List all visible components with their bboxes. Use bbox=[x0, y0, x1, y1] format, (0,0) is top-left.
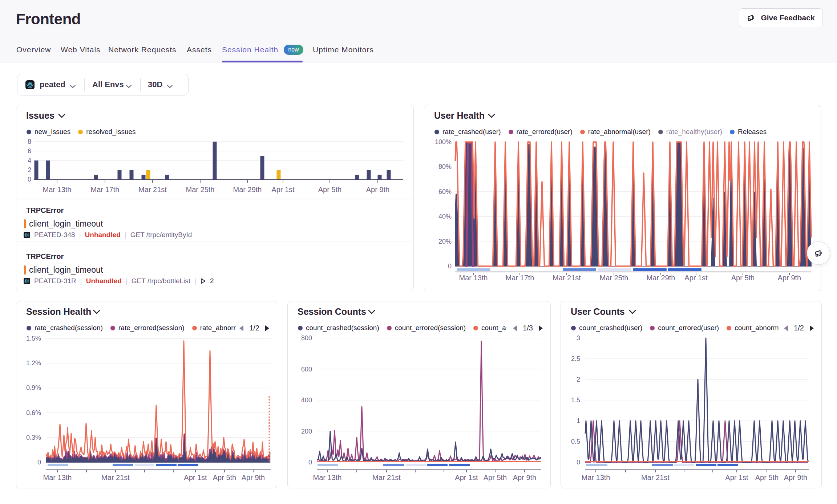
svg-text:100%: 100% bbox=[435, 138, 452, 146]
svg-text:Apr 9th: Apr 9th bbox=[513, 473, 536, 481]
svg-text:Apr 5th: Apr 5th bbox=[484, 473, 507, 481]
svg-text:0: 0 bbox=[577, 459, 580, 466]
svg-text:Apr 1st: Apr 1st bbox=[725, 473, 748, 481]
svg-text:0: 0 bbox=[308, 459, 312, 466]
svg-text:Mar 13th: Mar 13th bbox=[43, 186, 72, 194]
svg-text:Mar 21st: Mar 21st bbox=[101, 473, 130, 481]
svg-text:1.5%: 1.5% bbox=[26, 335, 41, 342]
svg-text:8: 8 bbox=[28, 138, 31, 145]
svg-text:Apr 9th: Apr 9th bbox=[366, 186, 389, 194]
svg-text:Mar 25th: Mar 25th bbox=[186, 186, 215, 194]
svg-text:Apr 5th: Apr 5th bbox=[731, 274, 755, 282]
svg-text:Mar 21st: Mar 21st bbox=[138, 186, 167, 194]
svg-text:6: 6 bbox=[28, 147, 31, 155]
svg-text:Apr 9th: Apr 9th bbox=[778, 274, 801, 282]
svg-text:Mar 21st: Mar 21st bbox=[372, 473, 401, 481]
svg-text:20%: 20% bbox=[438, 238, 452, 245]
svg-text:Mar 25th: Mar 25th bbox=[600, 274, 628, 282]
svg-text:2: 2 bbox=[28, 166, 31, 174]
svg-text:Apr 5th: Apr 5th bbox=[318, 186, 341, 194]
svg-text:600: 600 bbox=[301, 366, 312, 373]
svg-text:Mar 13th: Mar 13th bbox=[582, 473, 610, 481]
svg-text:4: 4 bbox=[28, 157, 31, 164]
svg-text:0.3%: 0.3% bbox=[26, 434, 41, 441]
svg-text:0: 0 bbox=[448, 263, 452, 270]
svg-text:0.9%: 0.9% bbox=[26, 384, 41, 391]
svg-text:2.5: 2.5 bbox=[571, 355, 580, 362]
svg-text:Mar 21st: Mar 21st bbox=[553, 274, 581, 282]
svg-text:Apr 1st: Apr 1st bbox=[455, 473, 478, 481]
svg-text:Apr 9th: Apr 9th bbox=[242, 473, 265, 481]
svg-text:Apr 9th: Apr 9th bbox=[784, 473, 807, 481]
svg-text:Mar 29th: Mar 29th bbox=[647, 274, 675, 282]
svg-text:Mar 13th: Mar 13th bbox=[43, 473, 72, 481]
svg-text:Apr 5th: Apr 5th bbox=[213, 473, 236, 481]
svg-text:40%: 40% bbox=[438, 213, 452, 220]
svg-text:Mar 21st: Mar 21st bbox=[641, 473, 670, 481]
svg-text:Mar 13th: Mar 13th bbox=[459, 274, 488, 282]
svg-text:Mar 29th: Mar 29th bbox=[233, 186, 262, 194]
svg-text:800: 800 bbox=[301, 334, 312, 342]
svg-text:1.5: 1.5 bbox=[571, 397, 580, 404]
svg-text:Mar 17th: Mar 17th bbox=[506, 274, 534, 282]
svg-text:0: 0 bbox=[28, 176, 31, 183]
svg-text:2: 2 bbox=[577, 376, 580, 383]
svg-text:Apr 1st: Apr 1st bbox=[184, 473, 207, 481]
svg-text:1: 1 bbox=[577, 417, 580, 424]
svg-text:0: 0 bbox=[37, 459, 41, 466]
svg-text:3: 3 bbox=[577, 334, 580, 342]
svg-text:80%: 80% bbox=[438, 163, 452, 170]
svg-text:400: 400 bbox=[301, 397, 312, 404]
svg-text:0.6%: 0.6% bbox=[26, 409, 41, 416]
svg-text:1.2%: 1.2% bbox=[26, 359, 41, 367]
svg-text:Mar 13th: Mar 13th bbox=[313, 473, 342, 481]
svg-text:60%: 60% bbox=[438, 188, 452, 195]
svg-text:Apr 1st: Apr 1st bbox=[684, 274, 708, 282]
svg-text:Mar 17th: Mar 17th bbox=[91, 186, 120, 194]
svg-text:Apr 1st: Apr 1st bbox=[271, 186, 295, 194]
svg-text:Apr 5th: Apr 5th bbox=[755, 473, 779, 481]
svg-text:200: 200 bbox=[301, 428, 312, 435]
svg-text:0.5: 0.5 bbox=[571, 438, 580, 445]
